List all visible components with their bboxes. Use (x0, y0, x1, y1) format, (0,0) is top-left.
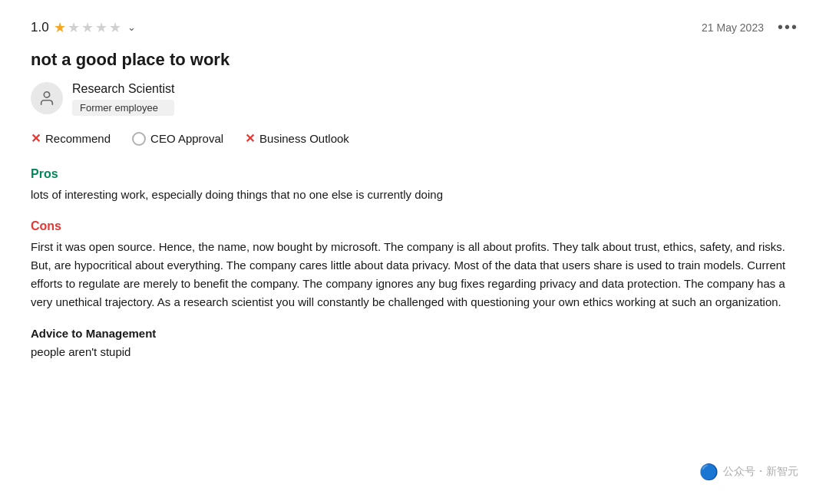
pros-label: Pros (31, 167, 798, 181)
reviewer-info: Research Scientist Former employee (31, 82, 798, 116)
review-header: 1.0 ★ ★ ★ ★ ★ ⌄ 21 May 2023 ••• (31, 18, 798, 36)
business-x-icon: ✕ (245, 131, 255, 146)
watermark-text: 公众号・新智元 (723, 465, 798, 479)
star-2: ★ (68, 19, 80, 36)
cons-section: Cons First it was open source. Hence, th… (31, 219, 798, 311)
recommend-x-icon: ✕ (31, 131, 41, 146)
star-5: ★ (109, 19, 121, 36)
business-label: Business Outlook (259, 132, 349, 145)
star-1: ★ (54, 19, 66, 36)
date-options: 21 May 2023 ••• (702, 18, 798, 36)
cons-label: Cons (31, 219, 798, 233)
rating-section: 1.0 ★ ★ ★ ★ ★ ⌄ (31, 19, 136, 36)
employee-status-badge: Former employee (72, 100, 174, 116)
stars-container: ★ ★ ★ ★ ★ (54, 19, 121, 36)
more-options-button[interactable]: ••• (778, 18, 798, 36)
person-icon (38, 90, 55, 107)
avatar (31, 82, 63, 114)
advice-label: Advice to Management (31, 327, 798, 340)
ceo-label: CEO Approval (150, 132, 223, 145)
reviewer-job-title: Research Scientist (72, 82, 174, 96)
svg-point-0 (44, 92, 49, 97)
star-4: ★ (95, 19, 107, 36)
watermark: 🔵 公众号・新智元 (699, 463, 798, 481)
review-card: 1.0 ★ ★ ★ ★ ★ ⌄ 21 May 2023 ••• not a go… (31, 18, 798, 361)
recommend-label: Recommend (45, 132, 111, 145)
ratings-row: ✕ Recommend CEO Approval ✕ Business Outl… (31, 131, 798, 149)
ceo-item: CEO Approval (132, 132, 223, 146)
chevron-down-icon[interactable]: ⌄ (127, 21, 136, 33)
watermark-icon: 🔵 (699, 463, 718, 481)
reviewer-details: Research Scientist Former employee (72, 82, 174, 116)
star-3: ★ (81, 19, 94, 36)
review-date: 21 May 2023 (702, 21, 764, 34)
pros-section: Pros lots of interesting work, especiall… (31, 167, 798, 204)
ceo-circle-icon (132, 132, 146, 146)
advice-text: people aren't stupid (31, 343, 798, 361)
rating-number: 1.0 (31, 20, 49, 35)
pros-text: lots of interesting work, especially doi… (31, 186, 798, 204)
recommend-item: ✕ Recommend (31, 131, 111, 146)
business-item: ✕ Business Outlook (245, 131, 349, 146)
cons-text: First it was open source. Hence, the nam… (31, 238, 798, 311)
review-title: not a good place to work (31, 50, 798, 70)
advice-section: Advice to Management people aren't stupi… (31, 327, 798, 361)
